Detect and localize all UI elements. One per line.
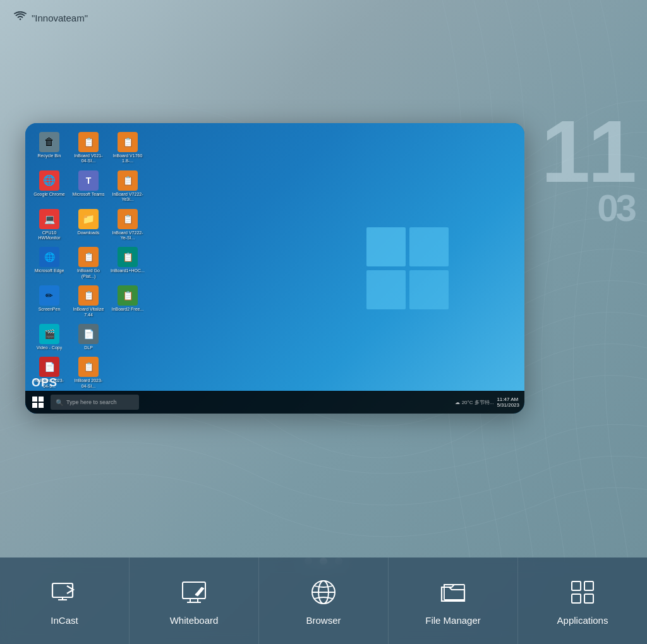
desktop-icon-inboard1[interactable]: 📋 InBoard V021-04-SI... <box>71 129 106 167</box>
desktop-icon-inboard3[interactable]: 📋 InBoard V7222-Ye3i... <box>110 168 145 205</box>
desktop-icon-hwmonitor[interactable]: 💻 CPU10 HWMonitor <box>32 206 67 244</box>
svg-rect-16 <box>572 581 581 590</box>
desktop-icon-empty1 <box>110 321 145 353</box>
svg-rect-4 <box>52 583 73 597</box>
filemanager-label: File Manager <box>425 615 481 626</box>
windows-logo <box>366 227 449 309</box>
desktop-icon-inboard-vitalize[interactable]: 📋 InBoard Vitalize 7.44 <box>71 283 106 320</box>
svg-rect-0 <box>32 397 37 402</box>
whiteboard-icon <box>178 576 210 609</box>
desktop-icon-inboard2[interactable]: 📋 InBoard V1760 1.8-... <box>110 129 145 167</box>
toolbar-item-whiteboard[interactable]: Whiteboard <box>130 558 259 644</box>
taskbar-right: ☁ 20°C 多节特... 11:47 AM5/31/2023 <box>455 397 519 408</box>
desktop-icon-video[interactable]: 🎬 Video - Copy <box>32 321 67 353</box>
network-name: "Innovateam" <box>32 13 88 23</box>
browser-label: Browser <box>306 615 341 626</box>
svg-rect-17 <box>584 581 593 590</box>
taskbar: 🔍 Type here to search ☁ 20°C 多节特... 11:4… <box>25 391 524 414</box>
svg-rect-19 <box>584 594 593 603</box>
desktop-icon-inboard2023[interactable]: 📋 InBoard 2023-04-SI... <box>71 354 106 391</box>
svg-rect-3 <box>39 403 44 408</box>
windows-screen-card[interactable]: 🗑 Recycle Bin 📋 InBoard V021-04-SI... 📋 … <box>25 123 524 414</box>
applications-label: Applications <box>557 615 608 626</box>
taskbar-start-button[interactable] <box>30 395 45 410</box>
bottom-toolbar: InCast Whiteboard <box>0 558 647 644</box>
svg-rect-1 <box>39 397 44 402</box>
taskbar-search-text: Type here to search <box>66 399 117 405</box>
toolbar-item-incast[interactable]: InCast <box>0 558 130 644</box>
wifi-icon <box>14 11 27 25</box>
toolbar-item-browser[interactable]: Browser <box>259 558 389 644</box>
filemanager-icon <box>437 576 469 609</box>
desktop-icon-screenpen[interactable]: ✏ ScreenPen <box>32 283 67 320</box>
desktop-icon-inboard-go[interactable]: 📋 InBoard Go (Plat...) <box>71 244 106 282</box>
windows-desktop: 🗑 Recycle Bin 📋 InBoard V021-04-SI... 📋 … <box>25 123 524 414</box>
applications-icon <box>566 576 599 609</box>
taskbar-search[interactable]: 🔍 Type here to search <box>51 395 139 410</box>
incast-icon <box>48 576 81 609</box>
toolbar-item-applications[interactable]: Applications <box>518 558 647 644</box>
desktop-icon-inboard4[interactable]: 📋 InBoard V7222-Ye-SI... <box>110 206 145 244</box>
desktop-icon-recycle[interactable]: 🗑 Recycle Bin <box>32 129 67 167</box>
desktop-icons: 🗑 Recycle Bin 📋 InBoard V021-04-SI... 📋 … <box>32 129 158 391</box>
taskbar-time: 11:47 AM5/31/2023 <box>497 397 519 408</box>
toolbar-item-filemanager[interactable]: File Manager <box>389 558 518 644</box>
desktop-icon-teams[interactable]: T Microsoft Teams <box>71 168 106 205</box>
desktop-icon-chrome[interactable]: 🌐 Google Chrome <box>32 168 67 205</box>
svg-rect-18 <box>572 594 581 603</box>
taskbar-weather: ☁ 20°C 多节特... <box>455 399 493 406</box>
desktop-icon-downloads[interactable]: 📁 Downloads <box>71 206 106 244</box>
desktop-icon-empty2 <box>110 354 145 391</box>
top-bar: "Innovateam" <box>14 11 88 25</box>
desktop-icon-edge[interactable]: 🌐 Microsoft Edge <box>32 244 67 282</box>
ops-label: OPS <box>32 376 57 390</box>
desktop-icon-inboard2-free[interactable]: 📋 InBoard2 Free... <box>110 283 145 320</box>
desktop-icon-inboard-hoc[interactable]: 📋 InBoard1+HOC... <box>110 244 145 282</box>
incast-label: InCast <box>51 615 78 626</box>
browser-icon <box>307 576 340 609</box>
desktop-icon-dlp[interactable]: 📄 DLP <box>71 321 106 353</box>
whiteboard-label: Whiteboard <box>170 615 219 626</box>
svg-rect-2 <box>32 403 37 408</box>
